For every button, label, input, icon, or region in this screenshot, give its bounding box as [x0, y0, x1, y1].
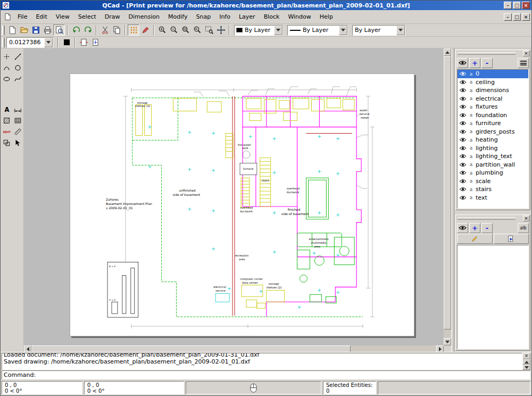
layer-row[interactable]: a text — [458, 194, 528, 202]
scroll-up-button[interactable] — [522, 359, 530, 365]
menu-item[interactable]: File — [13, 11, 31, 22]
line-width-combo[interactable]: By Layer — [287, 25, 348, 36]
toggle-all-blocks-button[interactable] — [457, 223, 468, 233]
command-dock-close-button[interactable]: × — [522, 353, 530, 359]
arc-tool-button[interactable] — [2, 63, 12, 73]
layer-visibility-eye-icon[interactable] — [459, 96, 467, 101]
combo-dropdown-button[interactable] — [274, 26, 282, 35]
layer-row[interactable]: a furniture — [458, 119, 528, 128]
layer-row[interactable]: a fixtures — [458, 103, 528, 111]
menu-item[interactable]: Snap — [192, 11, 215, 22]
undo-button[interactable] — [70, 24, 82, 36]
open-button[interactable] — [18, 24, 30, 36]
toolbar-handle[interactable] — [2, 38, 5, 47]
menu-item[interactable]: Modify — [164, 11, 192, 22]
scroll-down-button[interactable] — [444, 338, 451, 345]
copy-button[interactable] — [111, 24, 122, 36]
image-tool-button[interactable] — [13, 116, 23, 126]
layer-row[interactable]: a foundation — [458, 111, 528, 120]
combo-dropdown-button[interactable] — [339, 26, 347, 35]
minimize-button[interactable]: – — [504, 2, 512, 9]
layer-row[interactable]: a stairs — [458, 185, 528, 194]
center-to-page-button[interactable] — [89, 37, 101, 48]
combo-dropdown-button[interactable] — [396, 26, 405, 35]
block-panel-close-button[interactable]: × — [523, 216, 529, 221]
fit-to-page-button[interactable] — [78, 37, 89, 48]
scroll-left-button[interactable] — [24, 345, 31, 352]
mdi-close-button[interactable]: × — [522, 13, 530, 21]
layer-visibility-eye-icon[interactable] — [459, 170, 467, 175]
layer-panel-close-button[interactable]: × — [523, 51, 529, 56]
menu-item[interactable]: Window — [284, 11, 315, 22]
draft-mode-button[interactable] — [139, 24, 151, 36]
menu-item[interactable]: Info — [215, 11, 235, 22]
layer-visibility-eye-icon[interactable] — [459, 104, 467, 109]
combo-dropdown-button[interactable] — [44, 38, 53, 47]
vertical-scroll-thumb[interactable] — [444, 56, 451, 329]
previous-view-button[interactable] — [192, 24, 203, 36]
block-attributes-button[interactable]: alb — [518, 223, 529, 233]
mdi-minimize-button[interactable]: – — [504, 13, 512, 21]
grid-toggle-button[interactable] — [128, 24, 139, 36]
maximize-button[interactable]: □ — [513, 2, 521, 9]
dock-grip[interactable] — [458, 217, 516, 220]
print-preview-button[interactable] — [53, 24, 65, 36]
layer-row[interactable]: a dimensions — [458, 86, 528, 95]
layer-visibility-eye-icon[interactable] — [459, 121, 467, 126]
zoom-in-button[interactable] — [156, 24, 168, 36]
command-input[interactable] — [2, 370, 530, 380]
layer-visibility-eye-icon[interactable] — [459, 146, 467, 151]
menu-item[interactable]: Help — [315, 11, 337, 22]
layer-row[interactable]: a partition_wall — [458, 161, 528, 169]
add-layer-button[interactable]: + — [469, 58, 480, 68]
block-list[interactable] — [457, 245, 529, 349]
point-tool-button[interactable] — [2, 52, 12, 62]
layer-row[interactable]: a lighting — [458, 144, 528, 153]
circle-tool-button[interactable] — [13, 63, 23, 73]
layer-row[interactable]: a plumbing — [458, 169, 528, 177]
dock-grip[interactable] — [458, 52, 516, 55]
layer-visibility-eye-icon[interactable] — [459, 187, 467, 192]
toolbar-handle[interactable] — [2, 26, 5, 35]
cut-button[interactable] — [99, 24, 111, 36]
layer-menu-button[interactable] — [518, 58, 529, 68]
close-button[interactable]: × — [522, 2, 530, 9]
layer-row[interactable]: a lighting_text — [458, 152, 528, 161]
menu-item[interactable]: Select — [74, 11, 101, 22]
vertical-scrollbar[interactable] — [444, 48, 451, 345]
toggle-all-layers-button[interactable] — [457, 58, 468, 68]
menu-item[interactable]: Dimension — [124, 11, 164, 22]
menu-item[interactable]: View — [52, 11, 74, 22]
remove-layer-button[interactable]: - — [481, 58, 493, 68]
black-white-toggle-button[interactable] — [61, 37, 72, 48]
remove-block-button[interactable]: - — [481, 223, 493, 233]
layer-row[interactable]: a 0 — [458, 70, 528, 78]
measure-tool-button[interactable] — [13, 127, 23, 137]
layer-visibility-eye-icon[interactable] — [459, 195, 467, 200]
layer-row[interactable]: a scale — [458, 177, 528, 186]
layer-row[interactable]: a electrical — [458, 95, 528, 103]
drawing-canvas[interactable]: storage shelves (2) hot water tank furna… — [24, 48, 444, 345]
layer-visibility-eye-icon[interactable] — [459, 88, 467, 93]
menu-item[interactable]: Edit — [31, 11, 51, 22]
add-block-button[interactable]: + — [469, 223, 480, 233]
edit-mode-button[interactable]: EDIT — [2, 127, 12, 137]
insert-block-button[interactable] — [494, 234, 529, 244]
layer-row[interactable]: a ceiling — [458, 78, 528, 87]
text-tool-button[interactable]: A — [2, 104, 12, 114]
layer-visibility-eye-icon[interactable] — [459, 154, 467, 159]
redo-button[interactable] — [82, 24, 94, 36]
pan-button[interactable] — [215, 24, 227, 36]
scroll-down-button[interactable] — [522, 365, 530, 370]
layer-visibility-eye-icon[interactable] — [459, 129, 467, 134]
horizontal-scrollbar[interactable] — [24, 345, 444, 352]
edit-block-button[interactable] — [457, 234, 493, 244]
save-button[interactable] — [30, 24, 41, 36]
menu-item[interactable]: Block — [260, 11, 284, 22]
dimension-tool-button[interactable] — [13, 104, 23, 114]
horizontal-scroll-thumb[interactable] — [31, 345, 351, 352]
scale-combo[interactable]: 0.0127386 — [6, 37, 53, 48]
layer-visibility-eye-icon[interactable] — [459, 80, 467, 85]
scroll-up-button[interactable] — [444, 48, 451, 56]
layer-visibility-eye-icon[interactable] — [459, 162, 467, 167]
